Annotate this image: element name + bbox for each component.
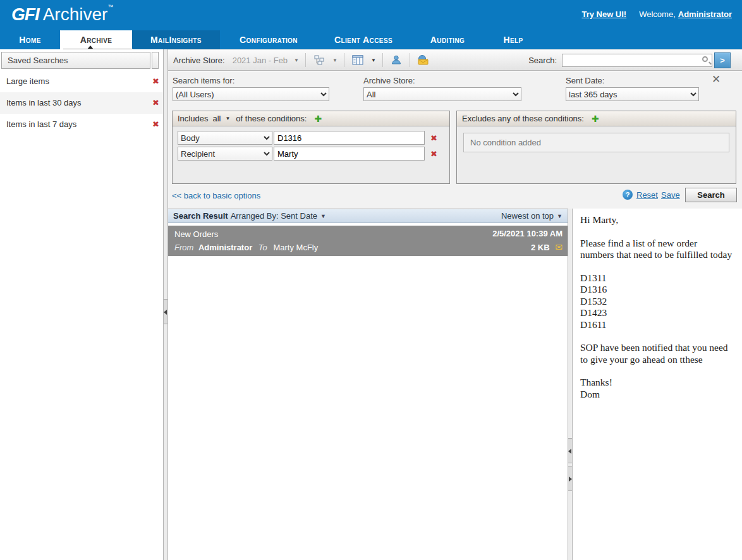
close-advanced-search-icon[interactable]: ✕ bbox=[712, 73, 721, 86]
includes-mode-value[interactable]: all bbox=[212, 114, 221, 123]
to-label: To bbox=[258, 243, 267, 252]
back-to-basic-options-link[interactable]: << back to basic options bbox=[172, 191, 260, 200]
toolbar-separator bbox=[382, 53, 383, 67]
toolbar-separator bbox=[410, 53, 410, 67]
tab-configuration[interactable]: Configuration bbox=[220, 30, 317, 49]
includes-suffix: of these conditions: bbox=[236, 114, 307, 123]
excludes-conditions-box: Excludes any of these conditions: ✚ No c… bbox=[456, 111, 736, 184]
app-logo: GFIArchiver™ bbox=[11, 4, 113, 25]
excludes-title: Excludes any of these conditions: bbox=[462, 114, 584, 123]
collapse-right-icon bbox=[569, 477, 572, 482]
delete-saved-search-icon[interactable]: ✖ bbox=[152, 71, 159, 92]
saved-searches-title: Saved Searches bbox=[1, 52, 150, 69]
hierarchy-dropdown-icon[interactable]: ▼ bbox=[332, 58, 338, 63]
saved-search-large-items[interactable]: Large items ✖ bbox=[0, 71, 163, 92]
archive-store-toolbar-value[interactable]: 2021 Jan - Feb bbox=[233, 56, 288, 65]
toolbar-search-label: Search: bbox=[528, 56, 557, 65]
tab-help[interactable]: Help bbox=[485, 30, 541, 49]
condition-row: Recipient ✖ bbox=[178, 147, 444, 161]
tab-client-access[interactable]: Client Access bbox=[317, 30, 410, 49]
mail-size: 2 KB ✉ bbox=[531, 242, 563, 252]
tab-mailinsights[interactable]: MailInsights bbox=[132, 30, 220, 49]
app-header: GFIArchiver™ Try New UI!Welcome,Administ… bbox=[0, 0, 742, 30]
saved-searches-collapse-button[interactable] bbox=[152, 52, 159, 69]
from-label: From bbox=[174, 243, 193, 252]
no-condition-placeholder: No condition added bbox=[463, 133, 729, 152]
search-items-for-select[interactable]: (All Users) bbox=[173, 87, 329, 101]
saved-search-label: Items in last 30 days bbox=[6, 98, 82, 107]
preview-paragraph: Hi Marty, bbox=[580, 214, 734, 226]
archive-toolbar: Archive Store: 2021 Jan - Feb ▼ ▼ bbox=[168, 49, 742, 71]
remove-condition-icon[interactable]: ✖ bbox=[430, 133, 437, 143]
saved-search-label: Large items bbox=[6, 76, 49, 86]
tab-home[interactable]: Home bbox=[0, 30, 60, 49]
mail-size-value: 2 KB bbox=[531, 243, 550, 252]
mail-to: Marty McFly bbox=[273, 243, 318, 252]
toolbar-separator bbox=[305, 53, 306, 67]
welcome-text: Welcome, bbox=[639, 9, 676, 19]
sidebar-collapse-handle[interactable] bbox=[164, 299, 167, 324]
mail-subject: New Orders bbox=[174, 229, 218, 239]
mail-icon[interactable] bbox=[417, 53, 430, 67]
sent-date-label: Sent Date: bbox=[566, 76, 604, 85]
arranged-by-label[interactable]: Arranged By: Sent Date bbox=[231, 211, 317, 221]
toolbar-search-input[interactable] bbox=[562, 54, 712, 67]
includes-header: Includes all ▼ of these conditions: ✚ bbox=[173, 111, 449, 126]
column-view-icon[interactable] bbox=[351, 53, 365, 67]
column-view-dropdown-icon[interactable]: ▼ bbox=[371, 58, 376, 63]
username-link[interactable]: Administrator bbox=[678, 9, 732, 19]
remove-condition-icon[interactable]: ✖ bbox=[430, 149, 437, 159]
archive-submenu-peek bbox=[63, 44, 133, 49]
preview-collapse-handle[interactable] bbox=[568, 438, 572, 463]
search-result-header: Search Result Arranged By: Sent Date ▼ N… bbox=[168, 209, 568, 223]
includes-mode-dropdown-icon[interactable]: ▼ bbox=[225, 116, 230, 121]
preview-paragraph: Please find a list of new order numbers … bbox=[580, 238, 734, 261]
saved-search-label: Items in last 7 days bbox=[6, 119, 76, 129]
condition-field-select[interactable]: Body bbox=[178, 131, 272, 145]
archive-store-toolbar-label: Archive Store: bbox=[173, 56, 225, 65]
collapse-left-icon bbox=[164, 310, 167, 315]
mail-date: 2/5/2021 10:39 AM bbox=[492, 229, 563, 238]
preview-paragraph: D1311 D1316 D1532 D1423 D1611 bbox=[580, 272, 734, 331]
save-link[interactable]: Save bbox=[661, 190, 680, 200]
delete-saved-search-icon[interactable]: ✖ bbox=[152, 92, 159, 114]
sidebar-splitter[interactable] bbox=[163, 49, 168, 560]
tab-auditing[interactable]: Auditing bbox=[410, 30, 485, 49]
advanced-search-panel: Search items for: (All Users) Archive St… bbox=[168, 71, 742, 209]
preview-paragraph: SOP have been notified that you need to … bbox=[580, 342, 734, 365]
mail-result-item[interactable]: New Orders 2/5/2021 10:39 AM From Admini… bbox=[168, 226, 568, 256]
user-icon[interactable] bbox=[389, 53, 403, 67]
collapse-left-icon bbox=[568, 449, 571, 454]
archive-store-label: Archive Store: bbox=[363, 76, 415, 85]
mail-from: Administrator bbox=[198, 243, 252, 252]
add-exclude-condition-icon[interactable]: ✚ bbox=[592, 114, 599, 124]
logo-trademark: ™ bbox=[107, 4, 113, 10]
toolbar-separator bbox=[344, 53, 344, 67]
excludes-header: Excludes any of these conditions: ✚ bbox=[457, 111, 736, 126]
arranged-by-dropdown-icon[interactable]: ▼ bbox=[320, 213, 326, 219]
add-include-condition-icon[interactable]: ✚ bbox=[314, 114, 322, 124]
includes-prefix: Includes bbox=[178, 114, 208, 123]
archive-store-select[interactable]: All bbox=[363, 87, 521, 101]
sort-order-label[interactable]: Newest on top bbox=[501, 211, 554, 221]
help-icon[interactable]: ? bbox=[623, 190, 633, 200]
sort-order-dropdown-icon[interactable]: ▼ bbox=[557, 213, 563, 219]
archive-store-dropdown-icon[interactable]: ▼ bbox=[294, 58, 299, 63]
preview-splitter[interactable] bbox=[568, 209, 573, 560]
saved-search-last-7-days[interactable]: Items in last 7 days ✖ bbox=[0, 114, 163, 135]
sent-date-select[interactable]: last 365 days bbox=[566, 87, 699, 101]
search-button[interactable]: Search bbox=[685, 188, 737, 202]
condition-row: Body ✖ bbox=[178, 131, 444, 145]
condition-value-input[interactable] bbox=[274, 131, 425, 145]
saved-search-last-30-days[interactable]: Items in last 30 days ✖ bbox=[0, 92, 163, 114]
hierarchy-icon[interactable] bbox=[312, 53, 326, 67]
delete-saved-search-icon[interactable]: ✖ bbox=[152, 114, 159, 135]
try-new-ui-link[interactable]: Try New UI! bbox=[581, 9, 626, 19]
search-go-button[interactable]: > bbox=[714, 52, 731, 68]
condition-value-input[interactable] bbox=[274, 147, 425, 161]
preview-expand-handle[interactable] bbox=[568, 466, 572, 491]
condition-field-select[interactable]: Recipient bbox=[178, 147, 272, 161]
toolbar-search-wrap bbox=[562, 54, 712, 67]
logo-gfi: GFI bbox=[11, 4, 39, 24]
reset-link[interactable]: Reset bbox=[636, 190, 658, 200]
